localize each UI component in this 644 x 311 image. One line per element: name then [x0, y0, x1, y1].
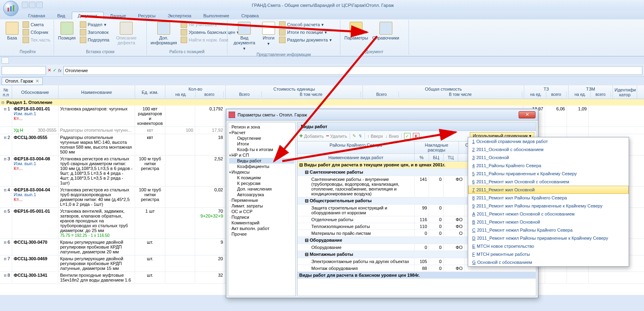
sposob-button[interactable]: Способ расчета ▾ [278, 21, 333, 28]
up-button[interactable]: ↑ Вверх [367, 134, 383, 139]
ribbon-tab-4[interactable]: Ресурсы [132, 12, 161, 19]
dialog-close-button[interactable]: ✕ [519, 111, 536, 118]
params-button[interactable]: Параметры [343, 21, 370, 41]
wth-region[interactable]: Районы Крайнего Севера [298, 141, 415, 153]
popup-item[interactable]: 9 2011_Ремонт жил Районы приравненные к … [468, 202, 629, 210]
reference-popup[interactable]: 1 Основной справочник видов работ2 2011_… [468, 137, 629, 267]
settings-tree[interactable]: ·Регион и зона▾РасчетОкруглениеИтогиКоэф… [228, 122, 296, 296]
wth-tc[interactable]: ТЦ [444, 154, 458, 161]
tree-item[interactable]: ·Регион и зона [229, 124, 294, 130]
tree-item[interactable]: К ресурсам [229, 180, 294, 186]
sbornik-button[interactable]: Сборник [22, 29, 51, 36]
dopinfo-button[interactable]: Доп. информация [149, 21, 178, 46]
app-orb-button[interactable] [3, 1, 19, 16]
tree-item[interactable]: ·Подписи [229, 214, 294, 220]
popup-item[interactable]: 3 2011_Основной [468, 153, 629, 162]
col-naim[interactable]: Наименование [58, 85, 135, 99]
ribbon-tab-3[interactable]: Данные [104, 12, 132, 19]
section-header[interactable]: ⊟ Раздел 1. Отопление [0, 99, 644, 106]
col-id[interactable]: Идентифи катор [613, 85, 637, 99]
vid-dok-button[interactable]: Вид документа ▾ [230, 21, 259, 52]
wth-bc[interactable]: БЦ [429, 154, 444, 161]
tree-item[interactable]: Виды работ [229, 158, 294, 164]
tree-item[interactable]: ▾НР и СП [229, 152, 294, 158]
smeta-button[interactable]: Смета [22, 21, 51, 28]
popup-item[interactable]: B 2011_Ремонт нежил Основной [468, 218, 629, 226]
baza-button[interactable]: База [4, 21, 20, 41]
tree-item[interactable]: Итоги [229, 141, 294, 147]
popup-item[interactable]: 1 Основной справочник видов работ [468, 137, 629, 145]
tree-item[interactable]: ·Лимит. затраты [229, 203, 294, 209]
wth-naim[interactable]: Наименование вида работ [298, 154, 415, 161]
ribbon-tab-1[interactable]: Вид [52, 12, 71, 19]
col-tzm[interactable]: ТЗМ на ед.всего [569, 85, 613, 99]
check-icon[interactable]: ✓ [404, 133, 411, 139]
ribbon-tab-7[interactable]: Справка [236, 12, 264, 19]
col-kolvo[interactable]: Кол-во на ед.всего [165, 85, 226, 99]
k-icon[interactable]: К [413, 133, 419, 139]
down-button[interactable]: ↓ Вниз [386, 134, 399, 139]
popup-item[interactable]: 4 2011_Районы Крайнего Севера [468, 162, 629, 170]
wth-pc[interactable]: % [415, 154, 429, 161]
doc-tab[interactable]: Отопл. Гараж✕ [2, 77, 43, 85]
position-button[interactable]: Позиция [56, 21, 77, 41]
razdok-button[interactable]: Разделы документа ▾ [278, 36, 333, 44]
itogi-button[interactable]: Итоги ▾ [261, 21, 277, 47]
popup-item[interactable]: G Основной с обоснованием [468, 258, 629, 266]
popup-item[interactable]: 2 2011_Основной с обоснованием [468, 145, 629, 153]
dialog-titlebar[interactable]: Параметры сметы - Отопл. Гараж ✕ [226, 109, 538, 120]
tree-item[interactable]: ·Прочее [229, 231, 294, 237]
popup-item[interactable]: C 2011_Ремонт нежил Районы Крайнего Севе… [468, 226, 629, 234]
tree-item[interactable]: ·Комментарий [229, 220, 294, 226]
popup-item[interactable]: A 2011_Ремонт нежил Основной с обоснован… [468, 210, 629, 218]
cancel-icon[interactable]: ✕ [48, 68, 51, 73]
tree-item[interactable]: ▾Индексы [229, 169, 294, 175]
tree-item[interactable]: Доп. начисления [229, 186, 294, 192]
tree-item[interactable]: ·ОС и ССР [229, 209, 294, 214]
ribbon-tab-6[interactable]: Выполнение [198, 12, 235, 19]
qat-undo-icon[interactable] [29, 2, 35, 8]
col-tz[interactable]: ТЗ на ед.всего [524, 85, 569, 99]
wth-nakl[interactable]: Накладные расходы [415, 141, 459, 153]
tree-item[interactable]: Коэф-ты к итогам [229, 147, 294, 152]
fx-icon[interactable]: fx [58, 68, 62, 73]
zagolovok-button[interactable]: Заголовок [79, 29, 110, 36]
tree-item[interactable]: Округление [229, 135, 294, 141]
tree-item[interactable]: Автозагрузка [229, 192, 294, 197]
close-icon[interactable]: ✕ [35, 79, 39, 84]
razdel-button[interactable]: Раздел ▾ [79, 21, 110, 28]
tree-item[interactable]: ▾Расчет [229, 130, 294, 135]
itpoz-button[interactable]: Итоги по позиции ▾ [278, 29, 333, 36]
ribbon-tab-2[interactable]: Документ [72, 12, 104, 19]
teh-button[interactable]: Тех.часть [22, 36, 51, 44]
popup-item[interactable]: F МТСН ремонтные работы [468, 250, 629, 258]
ribbon-tab-0[interactable]: Главная [23, 12, 51, 19]
cell-ref-input[interactable] [2, 66, 46, 75]
col-obst[interactable]: Общая стоимость ВсегоВ том числе [363, 85, 524, 99]
add-button[interactable]: ✚Добавить [299, 133, 324, 139]
popup-item[interactable]: E МТСН новое строительство [468, 242, 629, 250]
popup-item[interactable]: 8 2011_Ремонт жил Районы Крайнего Севера [468, 194, 629, 202]
qat-redo-icon[interactable] [36, 2, 43, 8]
popup-item[interactable]: D 2011_Ремонт нежил Районы приравненные … [468, 234, 629, 242]
podgruppa-button[interactable]: Подгруппа [79, 36, 110, 44]
tree-item[interactable]: К позициям [229, 175, 294, 180]
col-np[interactable]: № п.п [0, 85, 12, 99]
col-obos[interactable]: Обоснование [12, 85, 58, 99]
popup-item[interactable]: 6 2011_Ремонт жил Основной с обоснование… [468, 178, 629, 186]
popup-item[interactable]: 5 2011_Районы приравненные к Крайнему Се… [468, 170, 629, 178]
work-row[interactable]: Виды работ для расчета в базисном уровне… [298, 272, 536, 279]
tb-icon[interactable] [2, 57, 9, 64]
brush-icon[interactable]: ↯ [358, 133, 362, 139]
tree-item[interactable]: ·Акт выполн. работ [229, 226, 294, 231]
formula-input[interactable] [63, 66, 642, 75]
col-ed[interactable]: Ед. изм. [135, 85, 165, 99]
sprav-button[interactable]: Справочники [371, 21, 400, 41]
tree-item[interactable]: ·Переменные [229, 197, 294, 203]
edit-icon[interactable]: ✎ [352, 133, 356, 139]
delete-button[interactable]: ━Удалить [326, 133, 347, 139]
accept-icon[interactable]: ✓ [53, 68, 56, 73]
popup-item[interactable]: 7 2011_Ремонт жил Основной [468, 186, 629, 194]
defekt-button[interactable]: Описание дефекта [112, 21, 141, 46]
ribbon-tab-5[interactable]: Экспертиза [162, 12, 197, 19]
